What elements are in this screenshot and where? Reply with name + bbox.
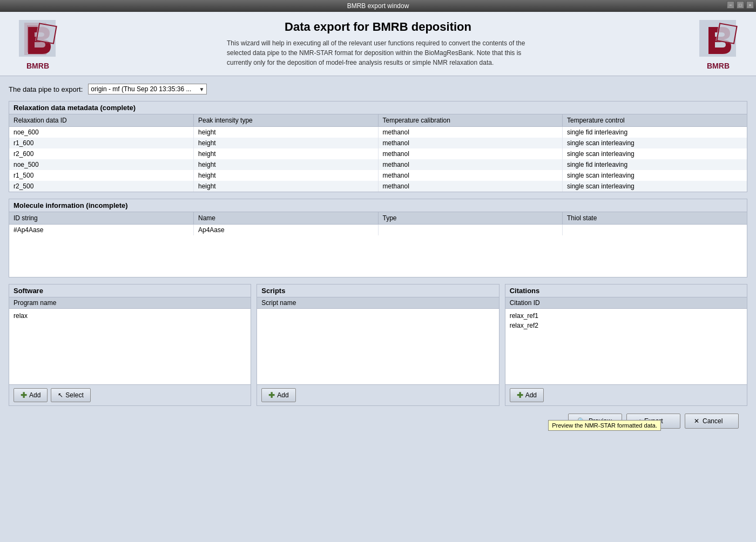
bmrb-logo-right — [697, 17, 740, 60]
table-cell: single scan interleaving — [563, 148, 747, 159]
table-cell: height — [194, 138, 379, 148]
cancel-icon: ✕ — [694, 417, 699, 425]
list-item: relax_ref1 — [510, 311, 742, 321]
scripts-panel: Scripts Script name ✚ Add — [256, 284, 499, 406]
footer: 🔍 Preview ↩ Export ✕ Cancel Preview the … — [9, 411, 747, 431]
software-list: relax — [9, 309, 251, 384]
molecule-col-name: Name — [194, 212, 379, 225]
software-select-label: Select — [65, 391, 83, 399]
logo-left: BMRB — [11, 17, 65, 70]
table-cell: height — [194, 159, 379, 170]
titlebar: BMRB export window − □ × — [0, 0, 756, 12]
molecule-section: Molecule information (incomplete) ID str… — [9, 199, 747, 277]
table-row: r1_600heightmethanolsingle scan interlea… — [9, 138, 747, 148]
export-label: Export — [644, 417, 663, 425]
table-cell: r1_600 — [9, 138, 194, 148]
add-icon: ✚ — [21, 391, 27, 399]
molecule-col-type: Type — [378, 212, 563, 225]
logo-left-text: BMRB — [26, 62, 49, 70]
table-cell — [378, 225, 563, 236]
relaxation-col-temp-cal: Temperature calibration — [378, 114, 563, 127]
list-item: relax_ref2 — [510, 321, 742, 330]
scripts-column-header: Script name — [257, 297, 498, 309]
logo-right-text: BMRB — [707, 62, 730, 70]
citations-panel-title: Citations — [505, 284, 747, 297]
table-cell: r1_500 — [9, 170, 194, 181]
relaxation-col-temp-ctrl: Temperature control — [563, 114, 747, 127]
relaxation-section-title: Relaxation data metadata (complete) — [9, 101, 747, 114]
datapipe-dropdown[interactable]: origin - mf (Thu Sep 20 13:35:36 ... ▼ — [88, 84, 207, 94]
header-title: Data export for BMRB deposition — [76, 20, 680, 34]
table-cell: methanol — [378, 170, 563, 181]
main-content: The data pipe to export: origin - mf (Th… — [0, 76, 756, 436]
relaxation-col-id: Relaxation data ID — [9, 114, 194, 127]
datapipe-arrow-icon: ▼ — [199, 86, 204, 92]
table-cell: single fid interleaving — [563, 127, 747, 138]
citations-column-header: Citation ID — [505, 297, 747, 309]
table-cell: single fid interleaving — [563, 159, 747, 170]
export-button[interactable]: ↩ Export — [626, 414, 680, 429]
table-cell: height — [194, 148, 379, 159]
cursor-icon: ↖ — [58, 391, 63, 399]
software-select-button[interactable]: ↖ Select — [51, 388, 90, 402]
molecule-col-id: ID string — [9, 212, 194, 225]
maximize-button[interactable]: □ — [737, 1, 744, 9]
table-row: r2_600heightmethanolsingle scan interlea… — [9, 148, 747, 159]
citations-add-label: Add — [525, 391, 537, 399]
close-button[interactable]: × — [746, 1, 754, 9]
scripts-panel-title: Scripts — [257, 284, 498, 297]
minimize-button[interactable]: − — [727, 1, 734, 9]
table-cell: noe_500 — [9, 159, 194, 170]
table-cell: Ap4Aase — [194, 225, 379, 236]
software-add-button[interactable]: ✚ Add — [14, 388, 48, 402]
table-row: noe_500heightmethanolsingle fid interlea… — [9, 159, 747, 170]
logo-right: BMRB — [691, 17, 745, 70]
preview-label: Preview — [589, 417, 612, 425]
citations-buttons: ✚ Add — [505, 384, 747, 405]
datapipe-value: origin - mf (Thu Sep 20 13:35:36 ... — [91, 85, 191, 93]
header-center: Data export for BMRB deposition This wiz… — [76, 20, 680, 67]
software-panel: Software Program name relax ✚ Add ↖ Sele… — [9, 284, 251, 406]
table-cell: r2_500 — [9, 181, 194, 192]
bmrb-logo-left — [16, 17, 59, 60]
relaxation-col-peak: Peak intensity type — [194, 114, 379, 127]
header-description: This wizard will help in executing all o… — [227, 38, 529, 67]
header: BMRB Data export for BMRB deposition Thi… — [0, 12, 756, 76]
table-row: #Ap4AaseAp4Aase — [9, 225, 747, 236]
datapipe-row: The data pipe to export: origin - mf (Th… — [9, 84, 747, 94]
table-cell: height — [194, 170, 379, 181]
cancel-button[interactable]: ✕ Cancel — [685, 414, 739, 429]
table-cell: methanol — [378, 148, 563, 159]
table-cell: single scan interleaving — [563, 170, 747, 181]
table-cell: height — [194, 181, 379, 192]
list-item: relax — [14, 311, 246, 321]
preview-button[interactable]: 🔍 Preview — [568, 414, 622, 429]
scripts-add-label: Add — [277, 391, 288, 399]
scripts-list — [257, 309, 498, 384]
table-row: r1_500heightmethanolsingle scan interlea… — [9, 170, 747, 181]
molecule-table-area: ID string Name Type Thiol state #Ap4Aase… — [9, 212, 747, 277]
table-row: r2_500heightmethanolsingle scan interlea… — [9, 181, 747, 192]
relaxation-table: Relaxation data ID Peak intensity type T… — [9, 114, 747, 192]
citations-list: relax_ref1relax_ref2 — [505, 309, 747, 384]
table-row: noe_600heightmethanolsingle fid interlea… — [9, 127, 747, 138]
molecule-section-title: Molecule information (incomplete) — [9, 199, 747, 212]
export-icon: ↩ — [636, 417, 641, 425]
citations-add-button[interactable]: ✚ Add — [510, 388, 544, 402]
window-controls[interactable]: − □ × — [727, 1, 754, 9]
relaxation-section: Relaxation data metadata (complete) Rela… — [9, 101, 747, 192]
table-cell: r2_600 — [9, 148, 194, 159]
table-cell: methanol — [378, 138, 563, 148]
molecule-table: ID string Name Type Thiol state #Ap4Aase… — [9, 212, 747, 235]
table-cell: #Ap4Aase — [9, 225, 194, 236]
datapipe-label: The data pipe to export: — [9, 85, 83, 93]
cancel-label: Cancel — [703, 417, 723, 425]
scripts-add-button[interactable]: ✚ Add — [261, 388, 295, 402]
scripts-buttons: ✚ Add — [257, 384, 498, 405]
software-panel-title: Software — [9, 284, 251, 297]
molecule-col-thiol: Thiol state — [563, 212, 747, 225]
preview-icon: 🔍 — [577, 417, 585, 425]
table-cell: methanol — [378, 181, 563, 192]
table-cell: methanol — [378, 127, 563, 138]
table-cell: single scan interleaving — [563, 138, 747, 148]
